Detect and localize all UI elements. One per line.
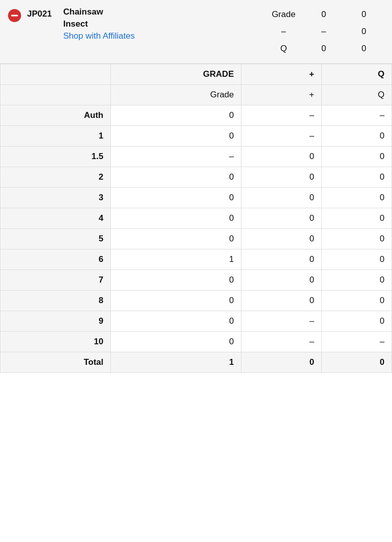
row-q-7: 0 — [322, 270, 392, 291]
row-grade-8: 0 — [111, 291, 241, 311]
header-plus: + — [241, 64, 322, 85]
row-label-3: 3 — [1, 188, 111, 208]
row-grade-7: 0 — [111, 270, 241, 291]
row-plus-3: 0 — [241, 188, 322, 208]
row-q-2: 0 — [322, 167, 392, 188]
table-row: 7000 — [1, 270, 392, 291]
row-grade-2: 0 — [111, 167, 241, 188]
header-plus-row2: – — [321, 23, 326, 40]
row-q-8: 0 — [322, 291, 392, 311]
header-col-plus: 0 – 0 — [304, 6, 344, 57]
header-empty-cell — [1, 64, 111, 85]
header-section: JP021 Chainsaw Insect Shop with Affiliat… — [0, 0, 392, 64]
header-last-row1: 0 — [361, 6, 366, 23]
product-name-chainsaw: Chainsaw — [63, 6, 257, 18]
row-plus-1.5: 0 — [241, 147, 322, 167]
row-plus-4: 0 — [241, 208, 322, 229]
table-row: 2000 — [1, 167, 392, 188]
table-row: 5000 — [1, 229, 392, 249]
row-q-auth: – — [322, 105, 392, 126]
table-row: 100–– — [1, 332, 392, 352]
row-grade-3: 0 — [111, 188, 241, 208]
row-q-6: 0 — [322, 249, 392, 270]
grades-table: GRADE + Q Grade + Q Auth0––10–01.5–00200… — [0, 64, 392, 373]
row-q-4: 0 — [322, 208, 392, 229]
row-label-9: 9 — [1, 311, 111, 332]
table-row: Auth0–– — [1, 105, 392, 126]
row-label-6: 6 — [1, 249, 111, 270]
table-header-row: GRADE + Q — [1, 64, 392, 85]
row-label-2: 2 — [1, 167, 111, 188]
product-id: JP021 — [27, 9, 57, 19]
header-last-row2: 0 — [361, 23, 366, 40]
header-grade: GRADE — [111, 64, 241, 85]
header-col-last: 0 0 0 — [344, 6, 384, 57]
product-names: Chainsaw Insect Shop with Affiliates — [63, 6, 257, 42]
row-label-10: 10 — [1, 332, 111, 352]
row-q-10: – — [322, 332, 392, 352]
row-label-5: 5 — [1, 229, 111, 249]
table-row: 90–0 — [1, 311, 392, 332]
header-last-row3: 0 — [361, 40, 366, 57]
svg-rect-1 — [11, 15, 18, 17]
row-q-3: 0 — [322, 188, 392, 208]
subheader-empty — [1, 85, 111, 105]
row-grade-auth: 0 — [111, 105, 241, 126]
row-label-total: Total — [1, 352, 111, 373]
header-grade-row3: Q — [280, 40, 287, 57]
row-plus-2: 0 — [241, 167, 322, 188]
table-row: 10–0 — [1, 126, 392, 147]
table-row: 6100 — [1, 249, 392, 270]
table-row: 8000 — [1, 291, 392, 311]
row-label-7: 7 — [1, 270, 111, 291]
table-subheader-row: Grade + Q — [1, 85, 392, 105]
product-name-insect: Insect — [63, 18, 257, 30]
row-label-auth: Auth — [1, 105, 111, 126]
header-col-grade: Grade – Q — [264, 6, 304, 57]
row-q-5: 0 — [322, 229, 392, 249]
remove-icon[interactable] — [8, 6, 21, 24]
table-row: 3000 — [1, 188, 392, 208]
subheader-plus: + — [241, 85, 322, 105]
row-q-1: 0 — [322, 126, 392, 147]
row-grade-6: 1 — [111, 249, 241, 270]
row-plus-auth: – — [241, 105, 322, 126]
row-plus-5: 0 — [241, 229, 322, 249]
row-plus-9: – — [241, 311, 322, 332]
subheader-q: Q — [322, 85, 392, 105]
table-row: Total100 — [1, 352, 392, 373]
row-label-4: 4 — [1, 208, 111, 229]
row-label-1.5: 1.5 — [1, 147, 111, 167]
row-plus-8: 0 — [241, 291, 322, 311]
table-row: 4000 — [1, 208, 392, 229]
row-grade-9: 0 — [111, 311, 241, 332]
header-grade-row2: – — [281, 23, 286, 40]
row-plus-total: 0 — [241, 352, 322, 373]
row-q-1.5: 0 — [322, 147, 392, 167]
row-plus-7: 0 — [241, 270, 322, 291]
row-q-9: 0 — [322, 311, 392, 332]
row-label-1: 1 — [1, 126, 111, 147]
shop-affiliates-link[interactable]: Shop with Affiliates — [63, 30, 257, 42]
row-grade-4: 0 — [111, 208, 241, 229]
row-grade-total: 1 — [111, 352, 241, 373]
row-label-8: 8 — [1, 291, 111, 311]
row-q-total: 0 — [322, 352, 392, 373]
header-plus-row1: 0 — [321, 6, 326, 23]
row-plus-1: – — [241, 126, 322, 147]
header-grade-label: Grade — [272, 6, 295, 23]
header-columns: Grade – Q 0 – 0 0 0 0 — [264, 6, 384, 57]
row-grade-1: 0 — [111, 126, 241, 147]
subheader-grade: Grade — [111, 85, 241, 105]
table-row: 1.5–00 — [1, 147, 392, 167]
row-grade-5: 0 — [111, 229, 241, 249]
row-plus-6: 0 — [241, 249, 322, 270]
header-plus-row3: 0 — [321, 40, 326, 57]
row-grade-10: 0 — [111, 332, 241, 352]
header-q: Q — [322, 64, 392, 85]
row-plus-10: – — [241, 332, 322, 352]
row-grade-1.5: – — [111, 147, 241, 167]
